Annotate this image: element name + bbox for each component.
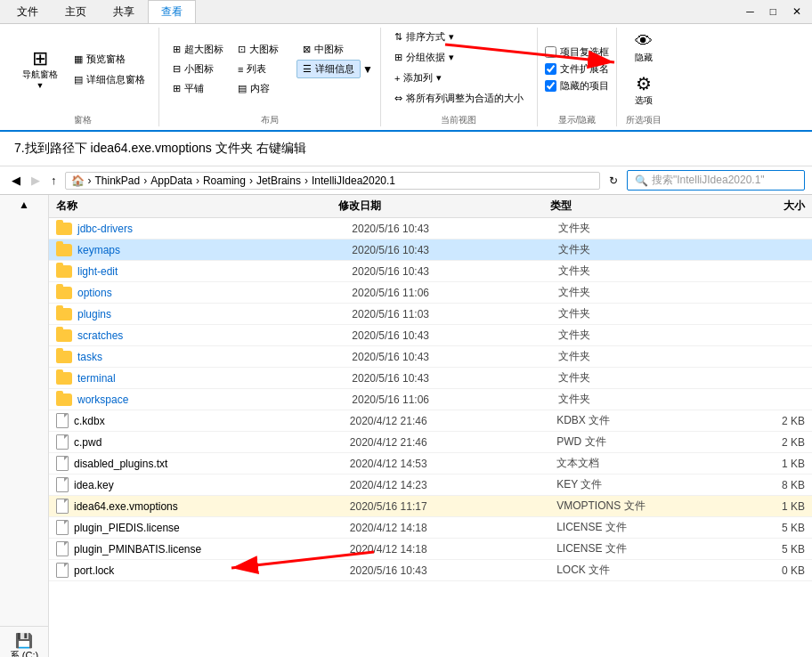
table-row[interactable]: disabled_plugins.txt2020/4/12 14:53文本文档1…: [49, 453, 812, 474]
checkbox-file-ext[interactable]: 文件扩展名: [545, 62, 609, 76]
table-row[interactable]: jdbc-drivers2020/5/16 10:43文件夹: [49, 218, 812, 239]
hidden-items-label: 隐藏的项目: [560, 79, 609, 93]
file-size: 0 KB: [694, 564, 805, 577]
details-button[interactable]: ☰详细信息: [296, 60, 361, 78]
fit-columns-button[interactable]: ⇔ 将所有列调整为合适的大小: [388, 89, 530, 108]
minimize-button[interactable]: ─: [739, 4, 761, 20]
file-name: jdbc-drivers: [77, 223, 352, 235]
col-header-size[interactable]: 大小: [692, 199, 805, 214]
address-sep-2: ›: [143, 174, 147, 187]
file-date: 2020/5/16 10:43: [352, 244, 557, 256]
nav-pane-label: 导航窗格: [22, 69, 58, 81]
content-button[interactable]: ▤内容: [231, 79, 296, 98]
hidden-items-checkbox[interactable]: [545, 80, 556, 92]
hide-button[interactable]: 👁 隐藏: [627, 28, 661, 68]
options-button[interactable]: ⚙ 选项: [627, 69, 661, 110]
left-panel: ▲ 💾 系 (C:) 💿 盘 (D:): [0, 195, 49, 657]
tab-share[interactable]: 共享: [100, 0, 148, 23]
table-row[interactable]: options2020/5/16 11:06文件夹: [49, 282, 812, 304]
address-sep-4: ›: [249, 174, 253, 187]
file-type: 文件夹: [558, 328, 695, 343]
table-row[interactable]: scratches2020/5/16 10:43文件夹: [49, 325, 812, 346]
table-row[interactable]: plugin_PMINBATIS.license2020/4/12 14:18L…: [49, 539, 812, 560]
file-name: plugin_PMINBATIS.license: [74, 543, 350, 556]
checkbox-hidden-items[interactable]: 隐藏的项目: [545, 79, 609, 93]
preview-pane-button[interactable]: ▦ 预览窗格: [68, 50, 151, 69]
project-folder-checkbox[interactable]: [545, 46, 556, 58]
file-type: KDBX 文件: [556, 413, 694, 428]
group-arrow: ▾: [449, 52, 454, 63]
table-row[interactable]: port.lock2020/5/16 10:43LOCK 文件0 KB: [49, 560, 812, 581]
tile-button[interactable]: ⊞平铺: [166, 79, 231, 98]
table-row[interactable]: terminal2020/5/16 10:43文件夹: [49, 368, 812, 389]
layout-scroll-arrow[interactable]: ▼: [362, 63, 373, 76]
list-icon: ≡: [238, 64, 243, 75]
folder-icon: [56, 287, 72, 299]
table-row[interactable]: c.kdbx2020/4/12 21:46KDBX 文件2 KB: [49, 410, 812, 432]
tab-home[interactable]: 主页: [52, 0, 100, 23]
list-button[interactable]: ≡列表: [231, 60, 296, 78]
back-button[interactable]: ◀: [7, 172, 25, 189]
file-doc-icon: [56, 434, 69, 450]
file-name: scratches: [77, 329, 352, 342]
sort-button[interactable]: ⇅ 排序方式 ▾: [388, 28, 460, 46]
table-row[interactable]: keymaps2020/5/16 10:43文件夹: [49, 239, 812, 261]
table-row[interactable]: workspace2020/5/16 11:06文件夹: [49, 389, 812, 410]
drive-items: 💾 系 (C:) 💿 盘 (D:): [0, 626, 48, 657]
file-date: 2020/4/12 21:46: [350, 415, 556, 427]
add-column-button[interactable]: + 添加列 ▾: [388, 69, 448, 87]
group-by-button[interactable]: ⊞ 分组依据 ▾: [388, 48, 460, 67]
table-row[interactable]: plugins2020/5/16 11:03文件夹: [49, 304, 812, 325]
pane-group-label: 窗格: [74, 110, 92, 126]
file-ext-checkbox[interactable]: [545, 63, 556, 75]
address-path[interactable]: 🏠 › ThinkPad › AppData › Roaming › JetBr…: [65, 172, 601, 190]
file-date: 2020/5/16 11:17: [350, 500, 556, 513]
file-doc-icon: [56, 541, 69, 556]
table-row[interactable]: plugin_PIEDIS.license2020/4/12 14:18LICE…: [49, 517, 812, 539]
small-icons-button[interactable]: ⊟小图标: [166, 60, 231, 78]
ribbon-content: ⊞ 导航窗格 ▼ ▦ 预览窗格 ▤ 详细信息窗格 窗格: [0, 24, 812, 132]
extra-large-icons-button[interactable]: ⊞超大图标: [166, 40, 231, 59]
file-name: terminal: [77, 372, 352, 385]
close-button[interactable]: ✕: [785, 4, 808, 20]
col-header-date[interactable]: 修改日期: [338, 199, 550, 214]
drive-c[interactable]: 💾 系 (C:): [0, 626, 48, 657]
file-type: 文件夹: [558, 392, 695, 407]
file-type: 文件夹: [558, 264, 695, 279]
medium-icons-button[interactable]: ⊠中图标: [296, 40, 361, 59]
col-header-type[interactable]: 类型: [550, 199, 692, 214]
table-row[interactable]: idea.key2020/4/12 14:23KEY 文件8 KB: [49, 474, 812, 496]
path-jetbrains: JetBrains: [256, 174, 301, 187]
file-size: 1 KB: [694, 500, 805, 513]
checkbox-project-folder[interactable]: 项目复选框: [545, 45, 609, 59]
file-doc-icon: [56, 413, 69, 428]
nav-pane-button[interactable]: ⊞ 导航窗格 ▼: [14, 45, 66, 93]
refresh-button[interactable]: ↻: [604, 173, 623, 189]
file-name: plugin_PIEDIS.license: [74, 522, 350, 534]
hide-label: 隐藏: [635, 52, 653, 64]
file-size: 2 KB: [694, 415, 805, 427]
forward-button[interactable]: ▶: [27, 172, 45, 189]
file-type: 文件夹: [558, 349, 695, 364]
collapse-toggle[interactable]: ▲: [0, 195, 48, 215]
table-row[interactable]: idea64.exe.vmoptions2020/5/16 11:17VMOPT…: [49, 496, 812, 517]
col-header-name[interactable]: 名称: [56, 199, 338, 214]
file-name: disabled_plugins.txt: [74, 458, 350, 470]
table-row[interactable]: c.pwd2020/4/12 21:46PWD 文件2 KB: [49, 432, 812, 453]
file-doc-icon: [56, 499, 69, 514]
address-sep-3: ›: [196, 174, 199, 187]
maximize-button[interactable]: □: [763, 4, 784, 20]
table-row[interactable]: light-edit2020/5/16 10:43文件夹: [49, 261, 812, 282]
search-box[interactable]: 🔍 搜索"IntelliJIdea2020.1": [627, 170, 805, 191]
tab-view[interactable]: 查看: [148, 0, 196, 23]
table-row[interactable]: tasks2020/5/16 10:43文件夹: [49, 346, 812, 368]
file-type: LOCK 文件: [556, 563, 694, 578]
path-thinkpad: ThinkPad: [95, 174, 141, 187]
add-col-arrow: ▾: [436, 72, 442, 84]
extra-large-icon: ⊞: [173, 44, 181, 55]
details-pane-button[interactable]: ▤ 详细信息窗格: [68, 70, 151, 89]
large-icons-button[interactable]: ⊡大图标: [231, 40, 296, 59]
tab-file[interactable]: 文件: [4, 0, 52, 23]
up-button[interactable]: ↑: [46, 172, 61, 189]
folder-icon: [56, 223, 72, 235]
